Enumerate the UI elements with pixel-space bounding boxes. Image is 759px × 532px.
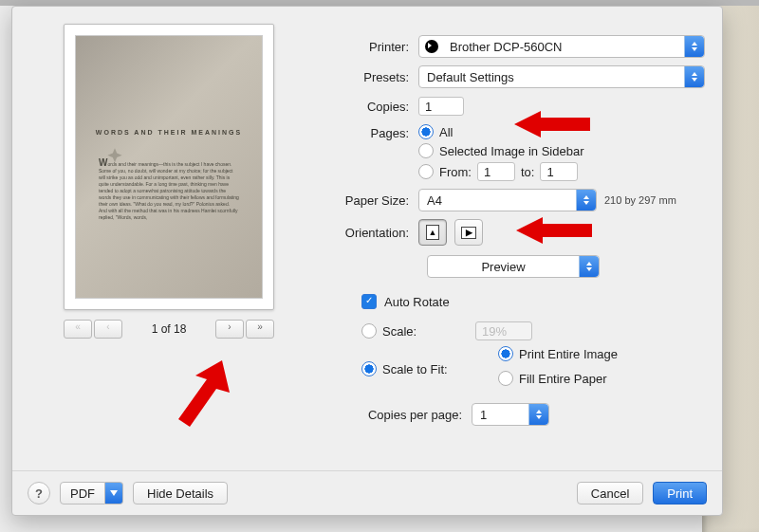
print-button[interactable]: Print <box>653 482 707 504</box>
scale-label: Scale: <box>382 324 470 339</box>
presets-select[interactable]: Default Settings <box>418 65 705 88</box>
fill-entire-paper-radio[interactable] <box>498 371 513 386</box>
paper-size-select[interactable]: A4 <box>418 189 597 211</box>
print-entire-image-label: Print Entire Image <box>519 347 618 361</box>
printer-select[interactable]: Brother DCP-560CN <box>418 35 705 58</box>
auto-rotate-checkbox[interactable]: ✓ <box>361 294 377 309</box>
pager-prev-button[interactable]: ‹ <box>94 320 122 339</box>
copies-per-page-select[interactable]: 1 <box>472 403 549 426</box>
preview-page-heading: WORDS AND THEIR MEANINGS <box>76 129 262 136</box>
orientation-landscape-button[interactable]: ▶ <box>454 219 483 246</box>
paper-size-label: Paper Size: <box>322 193 409 208</box>
preview-pager: « ‹ 1 of 18 › » <box>63 320 275 339</box>
pager-first-button[interactable]: « <box>64 320 92 339</box>
print-preview-page: WORDS AND THEIR MEANINGS Words and their… <box>75 35 263 299</box>
portrait-icon: ▲ <box>426 225 439 240</box>
copies-per-page-label: Copies per page: <box>322 408 462 422</box>
chevron-down-icon <box>105 482 123 504</box>
paper-size-value: A4 <box>419 193 576 208</box>
scale-to-fit-radio[interactable] <box>361 361 377 376</box>
pages-from-label: From: <box>439 165 472 179</box>
pdf-label: PDF <box>70 486 95 501</box>
print-preview-frame: WORDS AND THEIR MEANINGS Words and their… <box>64 24 274 310</box>
landscape-icon: ▶ <box>461 227 476 239</box>
pages-label: Pages: <box>322 124 409 140</box>
select-stepper-icon <box>684 66 704 87</box>
presets-label: Presets: <box>322 70 409 84</box>
cancel-button[interactable]: Cancel <box>577 482 643 504</box>
fill-entire-paper-label: Fill Entire Paper <box>519 372 606 386</box>
printer-icon <box>425 40 438 53</box>
orientation-label: Orientation: <box>322 226 409 240</box>
select-stepper-icon <box>528 404 548 425</box>
scale-to-fit-label: Scale to Fit: <box>382 362 470 376</box>
print-entire-image-radio[interactable] <box>498 346 513 361</box>
pages-selected-radio[interactable] <box>418 143 434 158</box>
pages-all-radio[interactable] <box>418 124 434 139</box>
section-select[interactable]: Preview <box>427 255 600 278</box>
orientation-portrait-button[interactable]: ▲ <box>418 219 447 246</box>
pages-to-label: to: <box>521 165 534 179</box>
pages-from-input[interactable] <box>477 162 515 181</box>
printer-select-value: Brother DCP-560CN <box>442 40 684 54</box>
preview-page-body: Words and their meanings—this is the sub… <box>99 159 239 221</box>
pages-all-label: All <box>439 125 453 139</box>
copies-per-page-value: 1 <box>472 408 528 422</box>
hide-details-button[interactable]: Hide Details <box>133 482 228 504</box>
pager-position-label: 1 of 18 <box>131 322 207 336</box>
presets-select-value: Default Settings <box>419 70 684 84</box>
copies-input[interactable] <box>418 97 464 116</box>
pager-last-button[interactable]: » <box>246 320 274 339</box>
printer-label: Printer: <box>322 40 409 54</box>
pages-selected-label: Selected Image in Sidebar <box>439 144 583 158</box>
scale-radio[interactable] <box>361 323 377 339</box>
scale-percent-input[interactable] <box>475 321 532 340</box>
pdf-menu-button[interactable]: PDF <box>60 482 123 504</box>
help-button[interactable]: ? <box>28 482 50 504</box>
pager-next-button[interactable]: › <box>215 320 244 339</box>
paper-dimensions: 210 by 297 mm <box>604 194 676 206</box>
copies-label: Copies: <box>322 100 409 114</box>
dialog-footer: ? PDF Hide Details Cancel Print <box>12 470 722 515</box>
print-dialog: WORDS AND THEIR MEANINGS Words and their… <box>11 6 723 516</box>
select-stepper-icon <box>579 256 599 277</box>
pages-to-input[interactable] <box>540 162 578 181</box>
auto-rotate-label: Auto Rotate <box>384 295 450 309</box>
pages-range-radio[interactable] <box>418 164 434 179</box>
select-stepper-icon <box>576 190 596 211</box>
select-stepper-icon <box>684 36 704 57</box>
section-select-value: Preview <box>428 260 579 274</box>
